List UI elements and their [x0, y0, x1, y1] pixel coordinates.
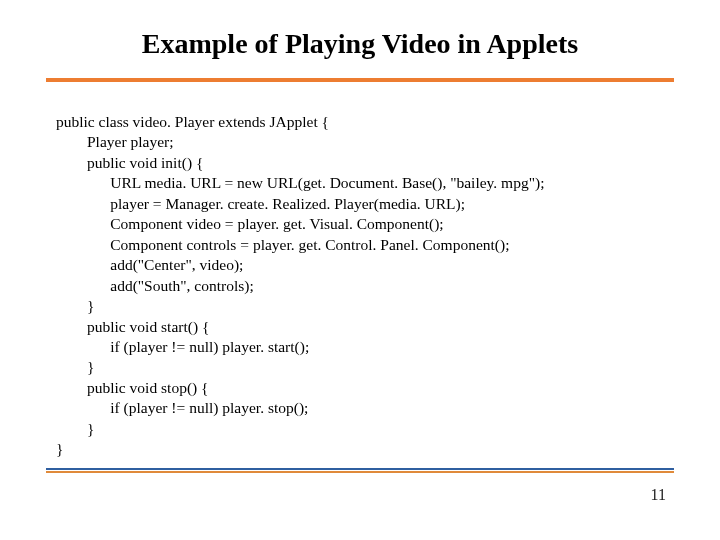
code-line: public void start() {: [56, 318, 209, 335]
code-line: player = Manager. create. Realized. Play…: [56, 195, 465, 212]
code-line: if (player != null) player. stop();: [56, 399, 308, 416]
code-line: public class video. Player extends JAppl…: [56, 113, 329, 130]
code-line: Player player;: [56, 133, 174, 150]
page-number: 11: [651, 486, 666, 504]
code-line: }: [56, 420, 94, 437]
slide-title: Example of Playing Video in Applets: [0, 28, 720, 60]
code-line: if (player != null) player. start();: [56, 338, 309, 355]
code-line: public void stop() {: [56, 379, 209, 396]
code-line: }: [56, 358, 94, 375]
divider-bottom-blue: [46, 468, 674, 470]
divider-bottom-orange: [46, 471, 674, 473]
divider-top: [46, 78, 674, 82]
slide: Example of Playing Video in Applets publ…: [0, 0, 720, 540]
code-line: add("South", controls);: [56, 277, 254, 294]
code-block: public class video. Player extends JAppl…: [56, 112, 676, 460]
code-line: }: [56, 440, 63, 457]
code-line: }: [56, 297, 94, 314]
code-line: Component video = player. get. Visual. C…: [56, 215, 444, 232]
code-line: public void init() {: [56, 154, 203, 171]
code-line: Component controls = player. get. Contro…: [56, 236, 509, 253]
code-line: add("Center", video);: [56, 256, 243, 273]
code-line: URL media. URL = new URL(get. Document. …: [56, 174, 544, 191]
